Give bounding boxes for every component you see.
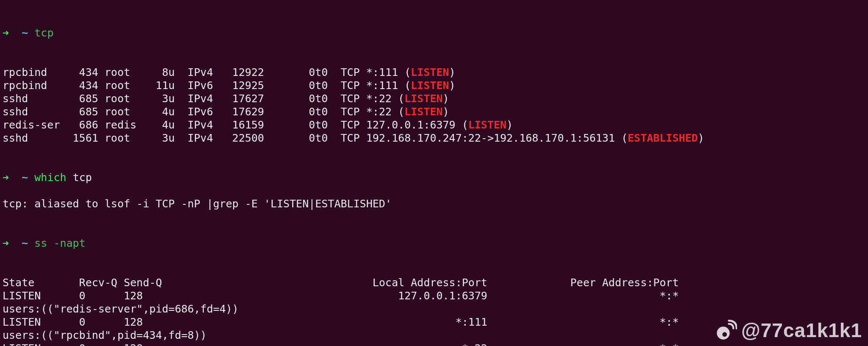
ss-row: LISTEN 0 128 *:111 *:* <box>3 315 865 329</box>
lsof-state: LISTEN <box>411 79 449 92</box>
prompt-cwd: ~ <box>22 27 28 39</box>
prompt-arrow-icon: ➜ <box>3 27 9 39</box>
command-tcp: tcp <box>34 27 53 39</box>
which-output: tcp: aliased to lsof -i TCP -nP |grep -E… <box>3 197 865 210</box>
terminal[interactable]: ➜ ~ tcp rpcbind 434 root 8u IPv4 12922 0… <box>0 0 868 346</box>
command-which-builtin: which <box>34 171 66 184</box>
lsof-row: sshd 685 root 3u IPv4 17627 0t0 TCP *:22… <box>3 92 865 105</box>
ss-row-users: users:(("redis-server",pid=686,fd=4)) <box>3 302 865 315</box>
prompt-line-2: ➜ ~ which tcp <box>3 171 865 184</box>
ss-header: State Recv-Q Send-Q Local Address:Port P… <box>3 276 865 289</box>
lsof-state: LISTEN <box>404 92 442 105</box>
command-ss: ss -napt <box>34 237 85 249</box>
prompt-cwd: ~ <box>22 237 28 249</box>
lsof-state: LISTEN <box>411 66 449 78</box>
ss-row-users: users:(("rpcbind",pid=434,fd=8)) <box>3 329 865 342</box>
ss-row: LISTEN 0 128 *:22 *:* <box>3 342 865 346</box>
lsof-row: sshd 1561 root 3u IPv4 22500 0t0 TCP 192… <box>3 131 865 145</box>
command-which-arg: tcp <box>73 171 92 184</box>
lsof-state: LISTEN <box>404 106 442 118</box>
lsof-row: sshd 685 root 4u IPv6 17629 0t0 TCP *:22… <box>3 105 865 118</box>
lsof-row: rpcbind 434 root 8u IPv4 12922 0t0 TCP *… <box>3 66 865 79</box>
lsof-state: LISTEN <box>468 119 506 131</box>
prompt-cwd: ~ <box>22 171 28 184</box>
prompt-arrow-icon: ➜ <box>3 171 9 184</box>
prompt-line-1: ➜ ~ tcp <box>3 26 865 39</box>
lsof-state: ESTABLISHED <box>628 132 698 144</box>
lsof-row: redis-ser 686 redis 4u IPv4 16159 0t0 TC… <box>3 118 865 131</box>
lsof-row: rpcbind 434 root 11u IPv6 12925 0t0 TCP … <box>3 79 865 92</box>
prompt-arrow-icon: ➜ <box>3 237 9 249</box>
ss-row: LISTEN 0 128 127.0.0.1:6379 *:* <box>3 289 865 302</box>
prompt-line-3: ➜ ~ ss -napt <box>3 237 865 250</box>
